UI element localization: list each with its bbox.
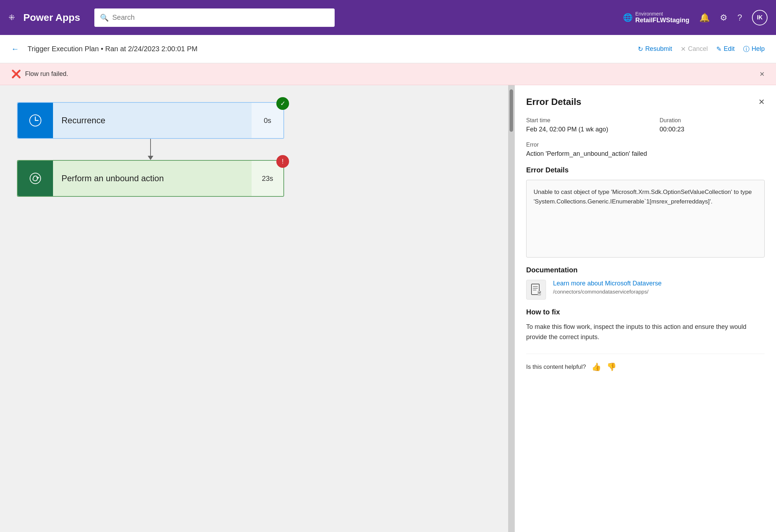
action-status-badge: ! xyxy=(276,155,289,168)
error-details-box: Unable to cast object of type 'Microsoft… xyxy=(526,180,765,258)
doc-link-url: /connectors/commondataserviceforapps/ xyxy=(553,289,765,295)
panel-header: Error Details ✕ xyxy=(526,96,765,107)
cancel-icon: ✕ xyxy=(681,45,686,53)
search-icon: 🔍 xyxy=(100,13,109,22)
globe-icon: 🌐 xyxy=(623,13,633,22)
error-details-panel: Error Details ✕ Start time Feb 24, 02:00… xyxy=(515,85,776,532)
action-node-icon xyxy=(18,161,53,196)
error-banner: ❌ Flow run failed. ✕ xyxy=(0,63,776,85)
duration-value: 00:00:23 xyxy=(660,126,765,133)
svg-rect-3 xyxy=(533,286,538,287)
documentation-section-title: Documentation xyxy=(526,266,765,274)
svg-rect-4 xyxy=(533,288,538,289)
sub-header-actions: ↻ Resubmit ✕ Cancel ✎ Edit ⓘ Help xyxy=(638,45,765,53)
error-value: Action 'Perform_an_unbound_action' faile… xyxy=(526,150,765,158)
thumbs-up-button[interactable]: 👍 xyxy=(592,362,601,372)
nav-right-section: 🌐 Environment RetailFLWStaging 🔔 ⚙ ? IK xyxy=(623,10,768,25)
search-input[interactable] xyxy=(112,13,329,22)
help-button[interactable]: ⓘ Help xyxy=(743,45,765,53)
grid-icon[interactable]: ⁜ xyxy=(8,13,15,22)
recurrence-node-label: Recurrence xyxy=(53,116,252,125)
top-navigation: ⁜ Power Apps 🔍 🌐 Environment RetailFLWSt… xyxy=(0,0,776,35)
settings-icon[interactable]: ⚙ xyxy=(720,13,728,23)
app-logo: Power Apps xyxy=(23,12,80,23)
environment-info: 🌐 Environment RetailFLWStaging xyxy=(623,11,689,24)
edit-icon: ✎ xyxy=(716,45,722,53)
start-time-col: Start time Feb 24, 02:00 PM (1 wk ago) xyxy=(526,117,631,133)
how-to-fix-section: How to fix To make this flow work, inspe… xyxy=(526,308,765,342)
thumbs-down-button[interactable]: 👎 xyxy=(607,362,616,372)
resubmit-button[interactable]: ↻ Resubmit xyxy=(638,45,672,53)
arrow-line xyxy=(150,139,151,156)
breadcrumb: Trigger Execution Plan • Ran at 2/24/202… xyxy=(28,45,632,53)
error-banner-close[interactable]: ✕ xyxy=(759,70,765,78)
svg-rect-5 xyxy=(533,290,536,290)
start-time-value: Feb 24, 02:00 PM (1 wk ago) xyxy=(526,126,631,133)
sub-header: ← Trigger Execution Plan • Ran at 2/24/2… xyxy=(0,35,776,63)
environment-label: Environment xyxy=(635,11,689,17)
feedback-row: Is this content helpful? 👍 👎 xyxy=(526,354,765,372)
environment-name: RetailFLWStaging xyxy=(635,17,689,24)
how-to-fix-text: To make this flow work, inspect the inpu… xyxy=(526,322,765,342)
doc-link-icon xyxy=(526,280,546,300)
back-button[interactable]: ← xyxy=(11,45,19,54)
recurrence-node-icon xyxy=(18,103,53,138)
arrow-head xyxy=(148,156,153,160)
error-details-section: Error Details Unable to cast object of t… xyxy=(526,166,765,258)
main-area: Recurrence 0s ✓ Perform an unbound actio… xyxy=(0,85,776,532)
duration-col: Duration 00:00:23 xyxy=(660,117,765,133)
error-circle-icon: ❌ xyxy=(11,70,21,79)
documentation-section: Documentation Learn more about Microsoft… xyxy=(526,266,765,300)
help-circle-icon: ⓘ xyxy=(743,45,749,53)
flow-node-recurrence[interactable]: Recurrence 0s ✓ xyxy=(17,102,284,139)
notifications-icon[interactable]: 🔔 xyxy=(699,13,710,23)
how-to-fix-title: How to fix xyxy=(526,308,765,316)
panel-close-button[interactable]: ✕ xyxy=(758,97,765,107)
error-section: Error Action 'Perform_an_unbound_action'… xyxy=(526,142,765,158)
error-banner-text: Flow run failed. xyxy=(25,70,755,78)
error-label: Error xyxy=(526,142,765,148)
flow-node-action[interactable]: Perform an unbound action 23s ! xyxy=(17,160,284,197)
error-details-section-title: Error Details xyxy=(526,166,765,174)
panel-title: Error Details xyxy=(526,96,581,107)
scroll-thumb[interactable] xyxy=(510,89,513,132)
svg-point-1 xyxy=(30,173,41,184)
action-node-label: Perform an unbound action xyxy=(53,173,252,183)
panel-time-row: Start time Feb 24, 02:00 PM (1 wk ago) D… xyxy=(526,117,765,133)
doc-link-title[interactable]: Learn more about Microsoft Dataverse xyxy=(553,280,765,287)
resubmit-icon: ↻ xyxy=(638,45,643,53)
duration-label: Duration xyxy=(660,117,765,124)
edit-button[interactable]: ✎ Edit xyxy=(716,45,735,53)
canvas-scrollbar[interactable] xyxy=(508,85,515,532)
recurrence-status-badge: ✓ xyxy=(276,97,289,110)
flow-arrow xyxy=(17,139,284,160)
flow-canvas: Recurrence 0s ✓ Perform an unbound actio… xyxy=(0,85,508,532)
cancel-button[interactable]: ✕ Cancel xyxy=(681,45,708,53)
feedback-label: Is this content helpful? xyxy=(526,363,586,371)
doc-link-content: Learn more about Microsoft Dataverse /co… xyxy=(553,280,765,295)
search-box[interactable]: 🔍 xyxy=(94,8,335,27)
help-icon[interactable]: ? xyxy=(737,13,742,23)
avatar[interactable]: IK xyxy=(752,10,768,25)
start-time-label: Start time xyxy=(526,117,631,124)
doc-link-card: Learn more about Microsoft Dataverse /co… xyxy=(526,280,765,300)
